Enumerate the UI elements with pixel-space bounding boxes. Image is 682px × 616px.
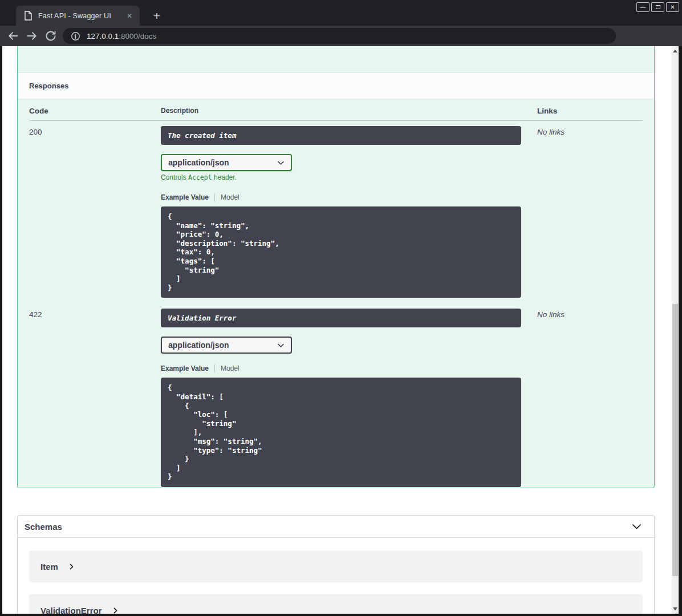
window-border-left <box>0 46 2 616</box>
responses-table-head: Code Description Links <box>29 107 643 121</box>
tab-separator <box>214 364 215 372</box>
tab-model[interactable]: Model <box>221 193 239 201</box>
schema-model-validationerror[interactable]: ValidationError <box>29 594 643 614</box>
site-info-icon[interactable] <box>71 31 80 41</box>
url-host: 127.0.0.1 <box>87 32 119 40</box>
schemas-section: Schemas Item ValidationError <box>17 515 655 614</box>
back-icon[interactable] <box>7 30 19 42</box>
scroll-down-arrow-icon[interactable] <box>673 607 677 610</box>
chevron-down-icon[interactable] <box>631 521 643 533</box>
scrollbar-thumb[interactable] <box>672 304 678 576</box>
response-links: No links <box>537 126 643 303</box>
col-header-links: Links <box>537 107 643 115</box>
model-name: ValidationError <box>40 606 102 614</box>
window-close-button[interactable]: ✕ <box>666 2 679 12</box>
window-controls: — ✕ <box>636 2 679 12</box>
response-code: 422 <box>29 309 161 488</box>
chevron-right-icon <box>68 563 75 570</box>
opblock-spacer <box>18 46 654 73</box>
minimize-button[interactable]: — <box>636 2 649 12</box>
page-favicon-icon <box>24 11 33 21</box>
responses-title: Responses <box>29 82 68 90</box>
vertical-scrollbar[interactable] <box>672 46 679 614</box>
tab-separator <box>214 193 215 201</box>
browser-tab[interactable]: Fast API - Swagger UI ✕ <box>16 6 140 26</box>
accept-header-note: Controls Accept header. <box>161 173 521 181</box>
schemas-header[interactable]: Schemas <box>18 516 654 538</box>
address-bar[interactable]: 127.0.0.1:8000/docs <box>63 28 616 44</box>
reload-icon[interactable] <box>45 30 56 42</box>
window-border-bottom <box>0 614 682 616</box>
responses-section-header: Responses <box>18 73 654 99</box>
url-path: :8000/docs <box>119 32 156 40</box>
schemas-title: Schemas <box>25 522 631 532</box>
titlebar: Fast API - Swagger UI ✕ + — ✕ <box>0 0 682 26</box>
browser-toolbar: 127.0.0.1:8000/docs ☆ <box>0 26 682 46</box>
page-content: Responses Code Description Links 200 The… <box>2 46 672 614</box>
col-header-description: Description <box>161 107 537 115</box>
scroll-up-arrow-icon[interactable] <box>673 50 677 52</box>
response-row-200: 200 The created item application/json Co… <box>29 121 643 303</box>
response-links: No links <box>537 309 643 488</box>
example-json-422: { "detail": [ { "loc": [ "string" ], "ms… <box>161 378 521 487</box>
response-description: The created item <box>161 126 521 145</box>
media-type-select[interactable]: application/json <box>161 154 292 171</box>
tab-example-value[interactable]: Example Value <box>161 193 209 201</box>
chevron-down-icon <box>277 341 285 350</box>
maximize-button[interactable] <box>651 2 664 12</box>
opblock-panel: Responses Code Description Links 200 The… <box>17 46 655 488</box>
new-tab-button[interactable]: + <box>148 7 165 25</box>
tab-example-value[interactable]: Example Value <box>161 364 209 372</box>
example-json-200: { "name": "string", "price": 0, "descrip… <box>161 206 521 298</box>
col-header-code: Code <box>29 107 161 115</box>
browser-window: Fast API - Swagger UI ✕ + — ✕ 127.0.0.1:… <box>0 0 682 616</box>
chevron-down-icon <box>277 159 285 167</box>
response-row-422: 422 Validation Error application/json Ex… <box>29 303 643 488</box>
response-code: 200 <box>29 126 161 303</box>
tab-close-icon[interactable]: ✕ <box>124 11 135 21</box>
chevron-right-icon <box>112 607 119 614</box>
schema-model-item[interactable]: Item <box>29 550 643 582</box>
media-type-select[interactable]: application/json <box>161 337 292 354</box>
forward-icon[interactable] <box>26 30 38 42</box>
model-name: Item <box>40 562 58 572</box>
tab-title: Fast API - Swagger UI <box>38 12 124 20</box>
window-border-right <box>679 46 682 616</box>
tab-model[interactable]: Model <box>221 364 239 372</box>
responses-table: Code Description Links 200 The created i… <box>18 99 654 488</box>
response-description: Validation Error <box>161 309 521 327</box>
